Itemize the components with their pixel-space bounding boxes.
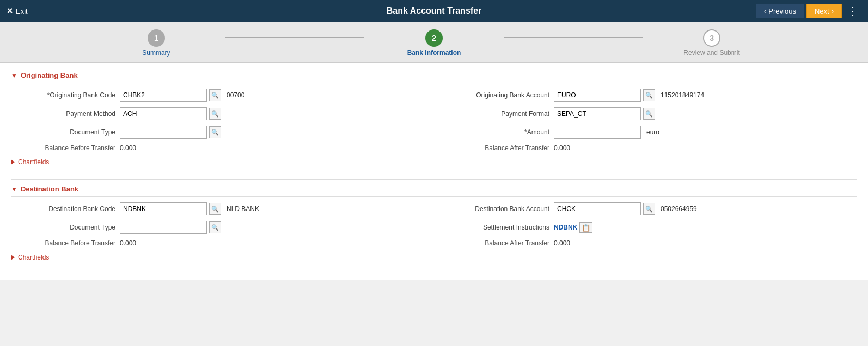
destination-bank-code-search-button[interactable]: 🔍 xyxy=(209,203,221,215)
payment-format-half: Payment Format 🔍 xyxy=(434,107,857,120)
payment-method-wrap: 🔍 xyxy=(120,107,221,120)
destination-bank-account-input[interactable] xyxy=(554,202,641,215)
originating-document-type-input[interactable] xyxy=(120,126,207,139)
payment-method-half: Payment Method 🔍 xyxy=(11,107,434,120)
destination-document-type-half: Document Type 🔍 xyxy=(11,221,434,234)
destination-balance-after-label: Balance After Transfer xyxy=(434,239,554,247)
originating-bank-body: *Originating Bank Code 🔍 00700 Originati… xyxy=(11,83,857,174)
section-divider xyxy=(11,179,857,180)
more-options-button[interactable]: ⋮ xyxy=(844,4,861,17)
originating-bank-row2: Payment Method 🔍 Payment Format 🔍 xyxy=(11,107,857,120)
originating-balance-before-half: Balance Before Transfer 0.000 xyxy=(11,144,434,152)
destination-bank-code-text: NLD BANK xyxy=(227,205,259,213)
destination-bank-row1: Destination Bank Code 🔍 NLD BANK Destina… xyxy=(11,202,857,215)
originating-bank-account-half: Originating Bank Account 🔍 115201849174 xyxy=(434,89,857,102)
originating-balance-after-half: Balance After Transfer 0.000 xyxy=(434,144,857,152)
destination-bank-account-search-button[interactable]: 🔍 xyxy=(643,203,655,215)
originating-balance-before-label: Balance Before Transfer xyxy=(11,144,120,152)
destination-bank-account-text: 0502664959 xyxy=(661,205,697,213)
originating-bank-code-input[interactable] xyxy=(120,89,207,102)
destination-chartfields[interactable]: Chartfields xyxy=(11,251,857,263)
step-label-3: Review and Submit xyxy=(683,49,739,57)
payment-format-wrap: 🔍 xyxy=(554,107,655,120)
originating-bank-collapse-icon: ▼ xyxy=(11,72,17,79)
payment-method-label: Payment Method xyxy=(11,110,120,118)
amount-half: *Amount euro xyxy=(434,126,857,139)
destination-bank-row2: Document Type 🔍 Settlement Instructions … xyxy=(11,221,857,234)
document-type-half: Document Type 🔍 xyxy=(11,126,434,139)
originating-chartfields[interactable]: Chartfields xyxy=(11,156,857,168)
step-circle-2: 2 xyxy=(425,29,443,47)
originating-bank-account-search-button[interactable]: 🔍 xyxy=(643,89,655,101)
destination-bank-account-half: Destination Bank Account 🔍 0502664959 xyxy=(434,202,857,215)
settlement-icon-button[interactable]: 📋 xyxy=(579,222,592,233)
previous-button[interactable]: ‹ Previous xyxy=(756,4,804,18)
step-label-2: Bank Information xyxy=(407,49,461,57)
next-button[interactable]: Next › xyxy=(806,4,842,18)
destination-balance-after-value: 0.000 xyxy=(554,239,570,247)
settlement-doc-icon: 📋 xyxy=(582,224,590,232)
originating-bank-account-input[interactable] xyxy=(554,89,641,102)
originating-bank-header[interactable]: ▼ Originating Bank xyxy=(11,68,857,83)
originating-balance-row: Balance Before Transfer 0.000 Balance Af… xyxy=(11,144,857,152)
exit-icon: ✕ xyxy=(7,7,13,15)
originating-bank-section: ▼ Originating Bank *Originating Bank Cod… xyxy=(11,68,857,174)
page-title: Bank Account Transfer xyxy=(387,6,482,16)
destination-balance-row: Balance Before Transfer 0.000 Balance Af… xyxy=(11,239,857,247)
originating-bank-account-text: 115201849174 xyxy=(661,91,704,99)
originating-bank-row1: *Originating Bank Code 🔍 00700 Originati… xyxy=(11,89,857,102)
destination-bank-code-wrap: 🔍 NLD BANK xyxy=(120,202,259,215)
destination-bank-title: Destination Bank xyxy=(21,185,78,193)
wizard-step-2[interactable]: 2 Bank Information xyxy=(364,29,503,57)
settlement-wrap: NDBNK 📋 xyxy=(554,222,592,233)
originating-document-type-wrap: 🔍 xyxy=(120,126,221,139)
exit-button[interactable]: ✕ Exit xyxy=(7,7,28,15)
destination-bank-code-half: Destination Bank Code 🔍 NLD BANK xyxy=(11,202,434,215)
originating-chartfields-label: Chartfields xyxy=(18,158,49,166)
originating-bank-code-wrap: 🔍 00700 xyxy=(120,89,244,102)
wizard-step-1[interactable]: 1 Summary xyxy=(87,29,225,57)
step-line-1-2 xyxy=(225,37,364,38)
wizard-steps: 1 Summary 2 Bank Information 3 Review an… xyxy=(87,29,781,57)
originating-bank-code-search-button[interactable]: 🔍 xyxy=(209,89,221,101)
originating-document-type-label: Document Type xyxy=(11,128,120,136)
amount-unit: euro xyxy=(646,128,659,136)
destination-bank-header[interactable]: ▼ Destination Bank xyxy=(11,182,857,197)
payment-format-search-button[interactable]: 🔍 xyxy=(643,108,655,120)
payment-format-input[interactable] xyxy=(554,107,641,120)
destination-bank-account-wrap: 🔍 0502664959 xyxy=(554,202,697,215)
originating-balance-after-value: 0.000 xyxy=(554,144,570,152)
wizard: 1 Summary 2 Bank Information 3 Review an… xyxy=(0,22,868,63)
originating-balance-before-value: 0.000 xyxy=(120,144,136,152)
destination-balance-after-half: Balance After Transfer 0.000 xyxy=(434,239,857,247)
originating-bank-code-label: *Originating Bank Code xyxy=(11,91,120,99)
destination-document-type-search-button[interactable]: 🔍 xyxy=(209,221,221,233)
exit-label: Exit xyxy=(16,7,28,15)
originating-document-type-search-button[interactable]: 🔍 xyxy=(209,126,221,138)
next-chevron-icon: › xyxy=(832,7,834,15)
originating-bank-title: Originating Bank xyxy=(21,71,78,79)
destination-bank-collapse-icon: ▼ xyxy=(11,186,17,193)
amount-input[interactable] xyxy=(554,126,641,139)
destination-bank-code-input[interactable] xyxy=(120,202,207,215)
destination-balance-before-half: Balance Before Transfer 0.000 xyxy=(11,239,434,247)
originating-bank-code-text: 00700 xyxy=(227,91,244,99)
settlement-label: Settlement Instructions xyxy=(434,224,554,231)
destination-bank-code-label: Destination Bank Code xyxy=(11,205,120,213)
step-circle-1: 1 xyxy=(148,29,165,47)
payment-method-search-button[interactable]: 🔍 xyxy=(209,108,221,120)
destination-bank-body: Destination Bank Code 🔍 NLD BANK Destina… xyxy=(11,197,857,269)
destination-balance-before-value: 0.000 xyxy=(120,239,136,247)
step-label-1: Summary xyxy=(142,49,170,57)
amount-wrap: euro xyxy=(554,126,659,139)
step-circle-3: 3 xyxy=(703,29,720,47)
destination-chartfields-label: Chartfields xyxy=(18,254,49,261)
originating-bank-account-label: Originating Bank Account xyxy=(434,91,554,99)
wizard-step-3[interactable]: 3 Review and Submit xyxy=(643,29,781,57)
destination-bank-account-label: Destination Bank Account xyxy=(434,205,554,213)
amount-label: *Amount xyxy=(434,128,554,136)
destination-document-type-label: Document Type xyxy=(11,224,120,231)
destination-document-type-input[interactable] xyxy=(120,221,207,234)
payment-method-input[interactable] xyxy=(120,107,207,120)
originating-bank-account-wrap: 🔍 115201849174 xyxy=(554,89,704,102)
